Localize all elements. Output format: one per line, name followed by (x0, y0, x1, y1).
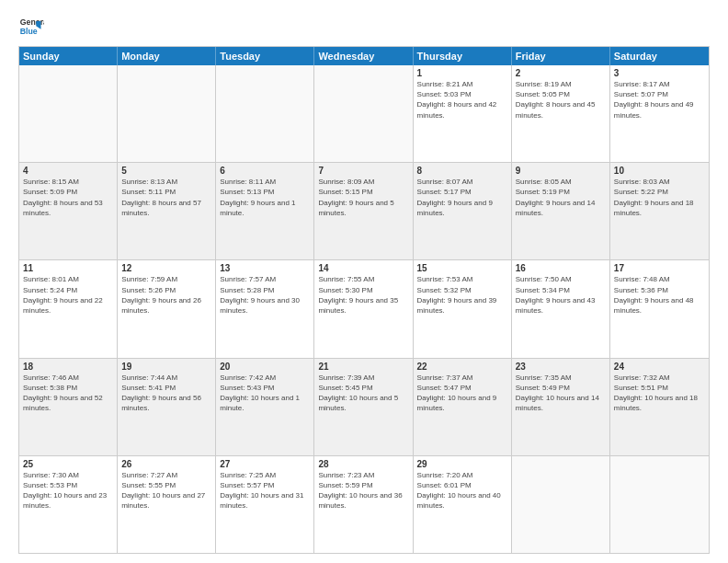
calendar-week: 11Sunrise: 8:01 AMSunset: 5:24 PMDayligh… (19, 260, 709, 358)
calendar-week: 4Sunrise: 8:15 AMSunset: 5:09 PMDaylight… (19, 163, 709, 260)
calendar-header-cell: Monday (118, 47, 216, 65)
calendar-cell: 13Sunrise: 7:57 AMSunset: 5:28 PMDayligh… (216, 260, 314, 357)
day-info: Sunrise: 8:05 AMSunset: 5:19 PMDaylight:… (516, 177, 606, 218)
day-number: 27 (220, 459, 310, 469)
page: General Blue SundayMondayTuesdayWednesda… (0, 0, 728, 563)
day-number: 8 (417, 166, 507, 176)
calendar: SundayMondayTuesdayWednesdayThursdayFrid… (18, 46, 710, 554)
calendar-week: 18Sunrise: 7:46 AMSunset: 5:38 PMDayligh… (19, 359, 709, 456)
day-info: Sunrise: 7:23 AMSunset: 5:59 PMDaylight:… (318, 470, 408, 511)
day-number: 14 (318, 263, 408, 273)
calendar-header-cell: Thursday (414, 47, 512, 65)
day-number: 13 (220, 263, 310, 273)
calendar-cell (216, 65, 314, 162)
logo: General Blue (18, 15, 48, 40)
day-number: 4 (23, 166, 113, 176)
calendar-cell: 21Sunrise: 7:39 AMSunset: 5:45 PMDayligh… (314, 359, 413, 455)
calendar-week: 25Sunrise: 7:30 AMSunset: 5:53 PMDayligh… (19, 456, 709, 553)
day-info: Sunrise: 7:48 AMSunset: 5:36 PMDaylight:… (614, 274, 705, 316)
day-number: 16 (516, 263, 606, 273)
calendar-header: SundayMondayTuesdayWednesdayThursdayFrid… (19, 47, 709, 65)
svg-text:Blue: Blue (20, 27, 38, 36)
day-info: Sunrise: 7:44 AMSunset: 5:41 PMDaylight:… (121, 373, 211, 414)
day-info: Sunrise: 7:50 AMSunset: 5:34 PMDaylight:… (516, 274, 606, 316)
calendar-cell: 5Sunrise: 8:13 AMSunset: 5:11 PMDaylight… (118, 163, 216, 259)
day-info: Sunrise: 7:39 AMSunset: 5:45 PMDaylight:… (318, 373, 408, 414)
day-info: Sunrise: 7:55 AMSunset: 5:30 PMDaylight:… (318, 274, 408, 316)
day-info: Sunrise: 7:27 AMSunset: 5:55 PMDaylight:… (121, 470, 211, 511)
day-number: 9 (516, 166, 606, 176)
day-info: Sunrise: 8:07 AMSunset: 5:17 PMDaylight:… (417, 177, 507, 218)
day-info: Sunrise: 8:01 AMSunset: 5:24 PMDaylight:… (23, 274, 113, 316)
day-info: Sunrise: 8:03 AMSunset: 5:22 PMDaylight:… (614, 177, 705, 218)
calendar-cell: 22Sunrise: 7:37 AMSunset: 5:47 PMDayligh… (414, 359, 512, 455)
day-info: Sunrise: 7:53 AMSunset: 5:32 PMDaylight:… (417, 274, 507, 316)
day-number: 7 (318, 166, 408, 176)
day-info: Sunrise: 8:17 AMSunset: 5:07 PMDaylight:… (614, 79, 705, 121)
calendar-cell: 16Sunrise: 7:50 AMSunset: 5:34 PMDayligh… (512, 260, 610, 357)
day-number: 12 (121, 263, 211, 273)
calendar-cell: 7Sunrise: 8:09 AMSunset: 5:15 PMDaylight… (314, 163, 413, 259)
day-info: Sunrise: 7:59 AMSunset: 5:26 PMDaylight:… (121, 274, 211, 316)
calendar-cell: 24Sunrise: 7:32 AMSunset: 5:51 PMDayligh… (610, 359, 709, 455)
day-info: Sunrise: 7:32 AMSunset: 5:51 PMDaylight:… (614, 373, 705, 414)
calendar-cell (19, 65, 118, 162)
calendar-cell: 19Sunrise: 7:44 AMSunset: 5:41 PMDayligh… (118, 359, 216, 455)
calendar-cell: 10Sunrise: 8:03 AMSunset: 5:22 PMDayligh… (610, 163, 709, 259)
calendar-cell: 23Sunrise: 7:35 AMSunset: 5:49 PMDayligh… (512, 359, 610, 455)
calendar-header-cell: Saturday (610, 47, 709, 65)
day-info: Sunrise: 7:37 AMSunset: 5:47 PMDaylight:… (417, 373, 507, 414)
day-number: 1 (417, 68, 507, 78)
day-number: 28 (318, 459, 408, 469)
day-info: Sunrise: 7:57 AMSunset: 5:28 PMDaylight:… (220, 274, 310, 316)
calendar-header-cell: Friday (512, 47, 610, 65)
day-number: 19 (121, 362, 211, 372)
calendar-cell: 3Sunrise: 8:17 AMSunset: 5:07 PMDaylight… (610, 65, 709, 162)
day-info: Sunrise: 7:42 AMSunset: 5:43 PMDaylight:… (220, 373, 310, 414)
day-number: 15 (417, 263, 507, 273)
calendar-cell: 8Sunrise: 8:07 AMSunset: 5:17 PMDaylight… (414, 163, 512, 259)
day-info: Sunrise: 7:30 AMSunset: 5:53 PMDaylight:… (23, 470, 113, 511)
logo-icon: General Blue (18, 15, 44, 40)
calendar-cell (118, 65, 216, 162)
day-info: Sunrise: 7:25 AMSunset: 5:57 PMDaylight:… (220, 470, 310, 511)
day-info: Sunrise: 7:20 AMSunset: 6:01 PMDaylight:… (417, 470, 507, 511)
day-number: 21 (318, 362, 408, 372)
day-number: 10 (614, 166, 705, 176)
calendar-cell: 11Sunrise: 8:01 AMSunset: 5:24 PMDayligh… (19, 260, 118, 357)
calendar-cell: 1Sunrise: 8:21 AMSunset: 5:03 PMDaylight… (414, 65, 512, 162)
calendar-cell: 29Sunrise: 7:20 AMSunset: 6:01 PMDayligh… (414, 456, 512, 553)
day-number: 17 (614, 263, 705, 273)
calendar-cell: 2Sunrise: 8:19 AMSunset: 5:05 PMDaylight… (512, 65, 610, 162)
day-number: 22 (417, 362, 507, 372)
calendar-cell: 15Sunrise: 7:53 AMSunset: 5:32 PMDayligh… (414, 260, 512, 357)
calendar-header-cell: Tuesday (216, 47, 314, 65)
day-number: 29 (417, 459, 507, 469)
day-info: Sunrise: 8:11 AMSunset: 5:13 PMDaylight:… (220, 177, 310, 218)
day-number: 5 (121, 166, 211, 176)
calendar-cell: 17Sunrise: 7:48 AMSunset: 5:36 PMDayligh… (610, 260, 709, 357)
calendar-cell: 28Sunrise: 7:23 AMSunset: 5:59 PMDayligh… (314, 456, 413, 553)
day-info: Sunrise: 7:46 AMSunset: 5:38 PMDaylight:… (23, 373, 113, 414)
calendar-cell: 25Sunrise: 7:30 AMSunset: 5:53 PMDayligh… (19, 456, 118, 553)
day-info: Sunrise: 8:09 AMSunset: 5:15 PMDaylight:… (318, 177, 408, 218)
day-number: 2 (516, 68, 606, 78)
calendar-header-cell: Wednesday (314, 47, 413, 65)
day-number: 6 (220, 166, 310, 176)
day-number: 11 (23, 263, 113, 273)
calendar-cell (314, 65, 413, 162)
calendar-cell: 6Sunrise: 8:11 AMSunset: 5:13 PMDaylight… (216, 163, 314, 259)
calendar-cell: 20Sunrise: 7:42 AMSunset: 5:43 PMDayligh… (216, 359, 314, 455)
calendar-week: 1Sunrise: 8:21 AMSunset: 5:03 PMDaylight… (19, 65, 709, 163)
day-info: Sunrise: 7:35 AMSunset: 5:49 PMDaylight:… (516, 373, 606, 414)
calendar-body: 1Sunrise: 8:21 AMSunset: 5:03 PMDaylight… (19, 65, 709, 553)
day-info: Sunrise: 8:13 AMSunset: 5:11 PMDaylight:… (121, 177, 211, 218)
calendar-cell (512, 456, 610, 553)
calendar-cell: 12Sunrise: 7:59 AMSunset: 5:26 PMDayligh… (118, 260, 216, 357)
calendar-cell: 14Sunrise: 7:55 AMSunset: 5:30 PMDayligh… (314, 260, 413, 357)
day-number: 18 (23, 362, 113, 372)
calendar-cell: 18Sunrise: 7:46 AMSunset: 5:38 PMDayligh… (19, 359, 118, 455)
calendar-cell: 4Sunrise: 8:15 AMSunset: 5:09 PMDaylight… (19, 163, 118, 259)
calendar-cell: 27Sunrise: 7:25 AMSunset: 5:57 PMDayligh… (216, 456, 314, 553)
day-number: 23 (516, 362, 606, 372)
